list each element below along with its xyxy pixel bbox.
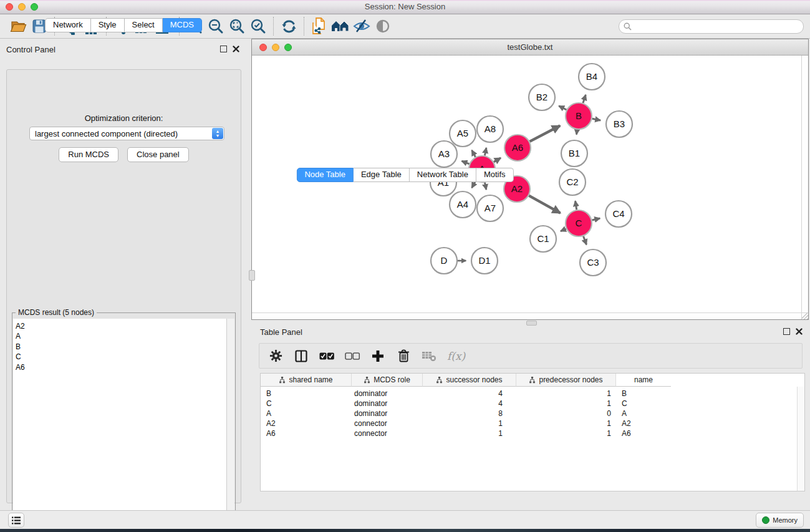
network-window-titlebar[interactable]: testGlobe.txt [252,39,808,56]
graph-edge-B-B3[interactable] [592,118,600,120]
graph-edge-B-B2[interactable] [559,106,566,110]
mcds-result-item[interactable]: A [16,331,227,341]
graph-edge-C-C3[interactable] [584,236,587,245]
graph-node-B4[interactable]: B4 [579,64,605,90]
tab-edge-table[interactable]: Edge Table [354,168,410,182]
graph-edge-B-B4[interactable] [583,95,586,103]
mcds-result-scrollbar[interactable] [226,319,234,520]
graph-node-C2[interactable]: C2 [559,169,586,195]
mcds-result-item[interactable]: A6 [16,362,227,372]
graph-node-D[interactable]: D [431,248,457,274]
column-header-predecessor-nodes[interactable]: predecessor nodes [516,374,616,387]
graph-edge-A-A8[interactable] [485,148,486,155]
graph-node-B3[interactable]: B3 [606,111,632,137]
task-history-button[interactable] [8,513,24,528]
graph-edge-C-C1[interactable] [561,229,566,231]
tab-network-table[interactable]: Network Table [410,168,476,182]
select-all-button[interactable] [319,349,334,364]
graph-edge-A-A7[interactable] [485,183,486,190]
mcds-result-list[interactable]: A2ABCA6 [13,319,227,520]
window-resize-grip[interactable] [801,312,808,319]
table-row[interactable]: Adominator80A [261,409,804,418]
graph-node-C1[interactable]: C1 [530,226,556,252]
graph-node-A6[interactable]: A6 [504,135,531,161]
graph-edge-A-A6[interactable] [494,158,501,162]
table-row[interactable]: A6connector11A6 [261,428,804,438]
table-options-button[interactable] [268,349,283,364]
mcds-result-item[interactable]: C [16,352,227,362]
table-scrollbar[interactable] [797,387,804,491]
network-scrollbar-horizontal[interactable] [252,312,802,319]
mcds-result-item[interactable]: A2 [16,321,227,331]
column-header-label: shared name [289,375,332,384]
tab-mcds[interactable]: MCDS [163,18,202,32]
graph-edge-A-A5[interactable] [472,150,476,157]
table-row[interactable]: Cdominator41C [261,399,804,409]
graph-edge-A2-C[interactable] [529,196,560,213]
column-header-successor-nodes[interactable]: successor nodes [423,374,516,387]
graph-node-C[interactable]: C [566,210,592,236]
column-header-name[interactable]: name [616,374,671,387]
graph-node-C3[interactable]: C3 [580,249,606,276]
zoom-fit-button[interactable] [226,16,248,36]
close-panel-icon[interactable] [233,46,239,52]
show-columns-button[interactable] [294,349,309,364]
delete-column-button[interactable] [396,349,411,364]
table-cell: 1 [423,418,516,428]
float-panel-icon[interactable] [220,46,227,52]
zoom-selected-button[interactable] [248,16,269,36]
mcds-result-item[interactable]: B [16,342,227,352]
run-mcds-button[interactable]: Run MCDS [59,147,118,162]
memory-status-icon [762,516,769,524]
table-row[interactable]: A2connector11A2 [261,418,804,428]
search-field[interactable] [619,19,804,34]
table-cell: B [616,389,671,399]
tab-node-table[interactable]: Node Table [296,168,354,182]
column-header-label: successor nodes [446,375,502,384]
graph-edge-B-B1[interactable] [577,130,577,135]
apply-layout-button[interactable] [278,16,299,36]
graph-edge-C-C2[interactable] [576,201,577,210]
graph-node-A8[interactable]: A8 [477,116,503,142]
tab-style[interactable]: Style [91,18,125,32]
open-session-button[interactable] [7,16,29,36]
graph-node-B2[interactable]: B2 [529,84,555,110]
graph-node-A5[interactable]: A5 [450,120,476,147]
tab-select[interactable]: Select [125,18,163,32]
network-canvas[interactable]: B4B2BB3A8A5A6B1A3AC2A1A2A4A7C4CC1DD1C3 [252,56,803,314]
column-header-shared-name[interactable]: shared name [261,374,352,387]
new-network-from-selection-button[interactable] [309,16,330,36]
close-panel-icon[interactable] [796,328,803,335]
graph-node-B1[interactable]: B1 [561,140,587,167]
graph-node-C4[interactable]: C4 [605,201,632,227]
deselect-all-button[interactable] [345,349,360,364]
birds-eye-view-button[interactable] [372,16,393,36]
zoom-out-button[interactable] [205,16,226,36]
graph-node-A7[interactable]: A7 [477,195,503,221]
graph-edge-A-A3[interactable] [461,161,469,164]
graph-node-B[interactable]: B [566,103,592,129]
search-input[interactable] [634,21,799,32]
table-cell: A2 [261,418,352,428]
tab-motifs[interactable]: Motifs [476,168,514,182]
graph-edge-C-C4[interactable] [592,218,600,220]
memory-button[interactable]: Memory [756,513,804,528]
close-panel-button[interactable]: Close panel [127,147,189,162]
table-row[interactable]: Bdominator41B [261,389,804,399]
column-header-mcds-role[interactable]: MCDS role [352,374,423,387]
graph-node-A3[interactable]: A3 [431,141,457,167]
graph-node-A4[interactable]: A4 [450,191,476,218]
splitter-grip-vertical[interactable] [249,270,255,281]
network-scrollbar-vertical[interactable] [801,56,808,313]
table-cell: A6 [261,428,352,438]
float-panel-icon[interactable] [783,328,790,335]
tab-network[interactable]: Network [45,18,91,32]
add-column-button[interactable] [370,349,385,364]
graph-node-D1[interactable]: D1 [471,248,498,274]
graph-edge-A6-B[interactable] [530,126,561,142]
delete-table-button[interactable] [422,349,436,364]
function-builder-button[interactable]: f(x) [447,349,465,364]
criterion-select[interactable]: largest connected component (directed) ▲… [29,127,224,140]
first-neighbors-button[interactable] [330,16,351,36]
toggle-graphics-details-button[interactable] [351,16,372,36]
